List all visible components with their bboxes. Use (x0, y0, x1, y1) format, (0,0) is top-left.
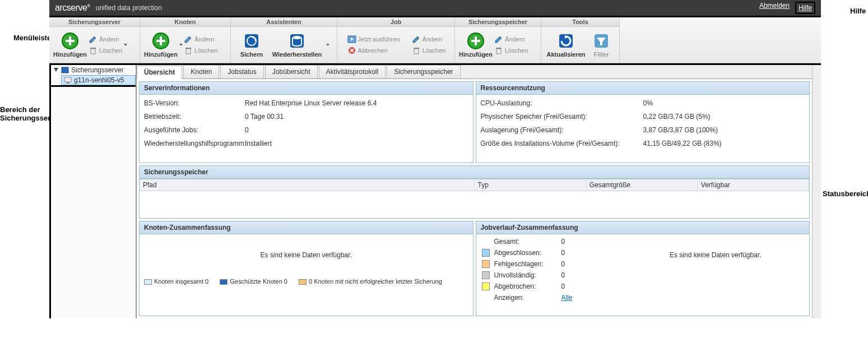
vol-label: Größe des Installations-Volume (Frei/Ges… (481, 140, 643, 147)
job-show-label: Anzeigen: (494, 294, 561, 302)
cancel-job-button[interactable]: Abbrechen (347, 46, 400, 55)
delete-storage-button[interactable]: Löschen (494, 46, 528, 55)
job-done-label: Abgeschlossen: (494, 249, 561, 257)
add-storage-button[interactable]: Hinzufügen (458, 31, 493, 59)
node-legend: Knoten insgesamt 0 Geschützte Knoten 0 0… (140, 276, 473, 287)
ribbon-group-title-wizards: Assistenten (231, 17, 337, 27)
edit-server-button[interactable]: Ändern (89, 35, 123, 44)
tab-joboverview[interactable]: Jobübersicht (265, 65, 318, 78)
panel-title: Sicherungsspeicher (140, 166, 809, 179)
panel-storage: Sicherungsspeicher Pfad Typ Gesamtgröße … (139, 165, 810, 218)
filter-icon (592, 32, 610, 50)
tab-storage[interactable]: Sicherungsspeicher (387, 65, 460, 78)
filter-button[interactable]: Filter (587, 31, 615, 59)
job-cancelled-label: Abgebrochen: (494, 283, 561, 290)
delete-job-button[interactable]: Löschen (412, 46, 446, 55)
add-server-button[interactable]: Hinzufügen (53, 31, 87, 59)
tab-jobstatus[interactable]: Jobstatus (220, 65, 263, 78)
job-total-label: Gesamt: (494, 238, 561, 246)
ribbon-group-title-tools: Tools (541, 17, 619, 27)
trash-icon (412, 46, 421, 55)
tab-activitylog[interactable]: Aktivitätsprotokoll (319, 65, 386, 78)
ribbon-group-title-backupserver: Sicherungsserver (49, 17, 140, 27)
swatch-failed-icon (299, 279, 307, 285)
svg-rect-3 (91, 49, 95, 54)
col-total[interactable]: Gesamtgröße (586, 179, 698, 191)
svg-rect-8 (186, 49, 191, 54)
os-value: Red Hat Enterprise Linux Server release … (245, 99, 468, 107)
swatch-total-icon (144, 279, 152, 285)
job-failed-value: 0 (561, 260, 584, 268)
tab-overview[interactable]: Übersicht (137, 66, 182, 79)
callout-nav: Bereich der Sicherungsserver (0, 105, 48, 122)
svg-point-13 (293, 36, 301, 39)
svg-rect-21 (471, 40, 480, 42)
job-incomplete-value: 0 (561, 271, 584, 279)
swatch-cancelled-icon (482, 283, 490, 290)
trash-icon (184, 46, 193, 55)
tab-bar: Übersicht Knoten Jobstatus Jobübersicht … (137, 65, 812, 79)
edit-storage-button[interactable]: Ändern (494, 35, 528, 44)
svg-marker-28 (54, 68, 58, 72)
cpu-label: CPU-Auslastung: (481, 99, 643, 107)
panel-jobhistory: Jobverlauf-Zusammenfassung Gesamt:0 Abge… (476, 221, 810, 316)
ribbon-group-title-storage: Sicherungsspeicher (455, 17, 541, 27)
restore-button[interactable]: Wiederherstellen (269, 31, 325, 59)
svg-rect-7 (156, 40, 165, 42)
uptime-value: 0 Tage 00:31 (245, 113, 468, 121)
help-link[interactable]: Hilfe (795, 2, 815, 14)
svg-rect-4 (90, 48, 96, 49)
panel-title: Serverinformationen (140, 82, 473, 95)
shield-icon (243, 32, 261, 50)
panel-title: Ressourcennutzung (476, 82, 810, 95)
add-icon (61, 32, 79, 50)
edit-icon (494, 35, 503, 44)
storage-column-headers: Pfad Typ Gesamtgröße Verfügbar (140, 179, 809, 191)
svg-rect-30 (64, 77, 71, 82)
tree-node-item[interactable]: g11n-senhi05-v5 (61, 75, 136, 85)
delete-server-button[interactable]: Löschen (89, 46, 123, 55)
col-type[interactable]: Typ (475, 179, 586, 191)
restore-value: Installiert (245, 140, 468, 147)
add-node-button[interactable]: Hinzufügen (143, 31, 178, 59)
vertical-scrollbar[interactable] (812, 65, 821, 318)
backup-button[interactable]: Sichern (234, 31, 269, 59)
svg-rect-2 (66, 40, 75, 42)
refresh-button[interactable]: Aktualisieren (545, 31, 587, 59)
job-failed-label: Fehlgeschlagen: (494, 260, 561, 268)
tree-root-item[interactable]: Sicherungsserver (51, 65, 136, 75)
edit-icon (412, 35, 421, 44)
refresh-icon (557, 32, 575, 50)
computer-icon (64, 76, 72, 84)
col-path[interactable]: Pfad (140, 179, 475, 191)
edit-node-button[interactable]: Ändern (184, 35, 218, 44)
svg-rect-17 (414, 49, 419, 54)
job-done-value: 0 (561, 249, 584, 257)
job-show-link[interactable]: Alle (561, 294, 584, 302)
col-avail[interactable]: Verfügbar (698, 179, 809, 191)
add-icon (152, 32, 170, 50)
product-name: unified data protection (96, 4, 162, 12)
svg-rect-18 (414, 48, 419, 49)
app-window: arcserve® unified data protection Abmeld… (49, 0, 821, 317)
svg-rect-29 (62, 67, 68, 73)
dropdown-icon[interactable] (179, 44, 183, 46)
dropdown-icon[interactable] (326, 44, 329, 46)
callout-help: Hilfe (850, 7, 866, 15)
jobs-value: 0 (245, 126, 468, 134)
delete-node-button[interactable]: Löschen (184, 46, 218, 55)
collapse-icon[interactable] (53, 67, 59, 73)
nodata-text: Es sind keine Daten verfügbar. (622, 234, 810, 305)
job-total-value: 0 (561, 238, 584, 246)
tab-nodes[interactable]: Knoten (183, 65, 219, 78)
run-job-button[interactable]: Jetzt ausführen (347, 35, 400, 44)
svg-rect-23 (496, 48, 502, 49)
dropdown-icon[interactable] (124, 44, 127, 46)
logout-link[interactable]: Abmelden (759, 2, 790, 14)
brand-logo: arcserve® (55, 3, 90, 13)
svg-rect-31 (66, 82, 69, 84)
ribbon-toolbar: Sicherungsserver Hinzufügen Ändern L (49, 16, 821, 65)
ribbon-group-title-node: Knoten (140, 17, 230, 27)
add-icon (467, 32, 485, 50)
edit-job-button[interactable]: Ändern (412, 35, 446, 44)
